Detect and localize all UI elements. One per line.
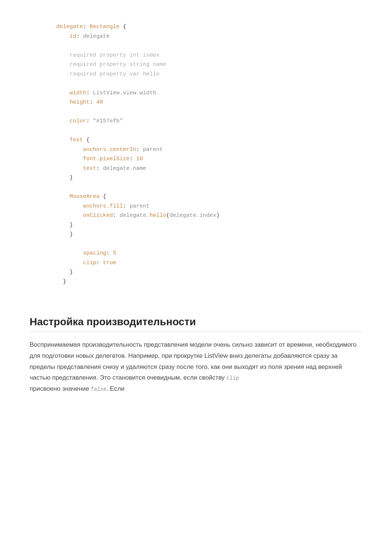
code-line: onClicked: delegate.hello(delegate.index… — [30, 211, 362, 221]
code-line: height: 40 — [30, 98, 362, 107]
code-line: } — [30, 268, 362, 277]
code-line — [30, 126, 362, 136]
code-line: required property var hello — [30, 70, 362, 79]
code-line: anchors.centerIn: parent — [30, 145, 362, 155]
body-paragraph: Воспринимаемая производительность предст… — [30, 339, 362, 394]
code-line: } — [30, 277, 362, 287]
code-line: text: delegate.name — [30, 164, 362, 174]
code-line: spacing: 5 — [30, 249, 362, 258]
inline-code-false: false — [91, 386, 107, 392]
code-line — [30, 79, 362, 88]
code-line: required property int index — [30, 51, 362, 60]
code-line: color: "#157efb" — [30, 117, 362, 126]
body-text-2: присвоено значение — [30, 385, 91, 392]
code-line: delegate: Rectangle { — [30, 22, 362, 32]
code-line — [30, 107, 362, 117]
code-line: required property string name — [30, 60, 362, 70]
code-block: delegate: Rectangle { id: delegate requi… — [30, 15, 362, 301]
body-text-1: Воспринимаемая производительность предст… — [30, 341, 356, 381]
code-line — [30, 41, 362, 51]
inline-code-clip: clip — [227, 375, 239, 381]
code-line: Text { — [30, 135, 362, 145]
code-line — [30, 239, 362, 249]
code-line: anchors.fill: parent — [30, 202, 362, 211]
code-line: width: ListView.view.width — [30, 88, 362, 98]
section-heading: Настройка производительности — [30, 316, 362, 332]
code-line: } — [30, 230, 362, 239]
page-container: delegate: Rectangle { id: delegate requi… — [0, 0, 392, 417]
code-line: } — [30, 221, 362, 230]
body-text-3: . Если — [107, 385, 125, 392]
code-line: font.pixelSize: 10 — [30, 154, 362, 164]
code-line: } — [30, 173, 362, 183]
code-line: id: delegate — [30, 32, 362, 41]
code-line: MouseArea { — [30, 192, 362, 202]
code-line: clip: true — [30, 258, 362, 268]
code-line — [30, 183, 362, 192]
